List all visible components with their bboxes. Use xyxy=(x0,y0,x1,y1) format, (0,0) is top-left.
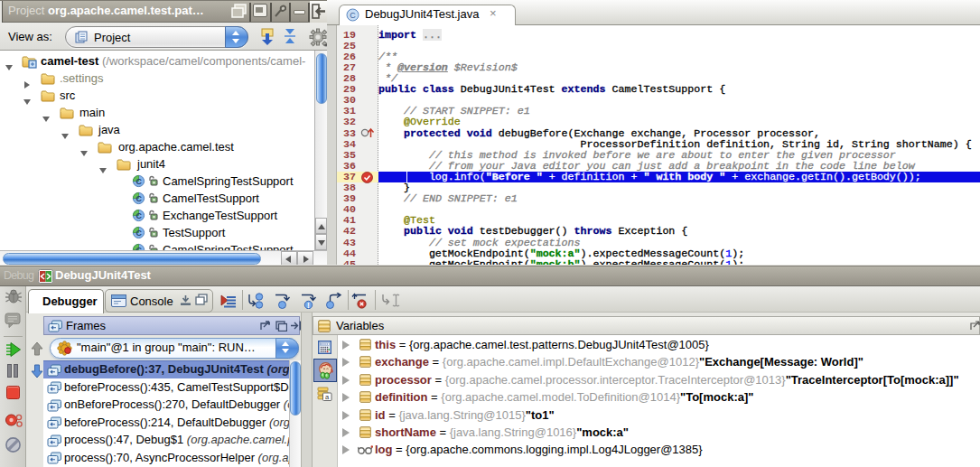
svg-text:C: C xyxy=(350,11,356,20)
svg-text:!: ! xyxy=(307,301,310,309)
